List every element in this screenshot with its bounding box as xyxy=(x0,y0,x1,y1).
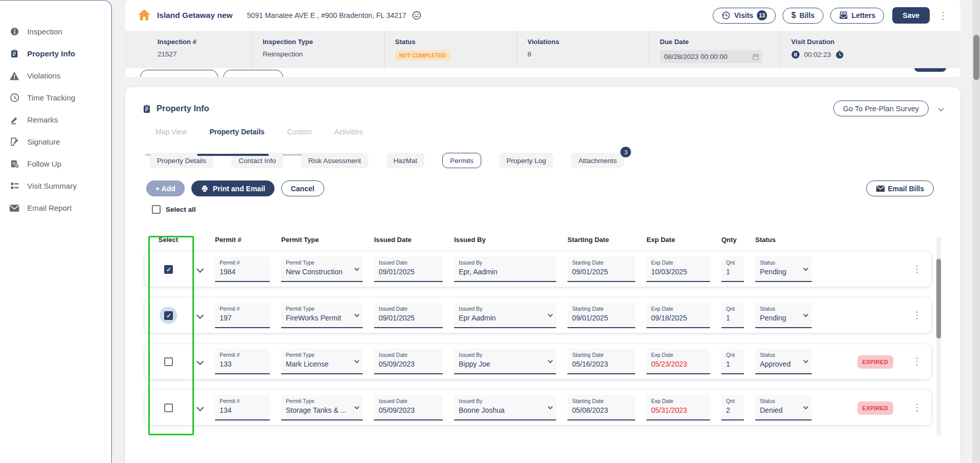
stopwatch-icon[interactable] xyxy=(835,50,844,59)
sidebar-item-label: Property Info xyxy=(27,49,75,58)
sidebar-item-visit-summary[interactable]: Visit Summary xyxy=(0,175,111,197)
sidebar-item-email-report[interactable]: Email Report xyxy=(0,197,111,219)
row-kebab-menu-icon[interactable]: ⋮ xyxy=(912,264,922,274)
bills-button[interactable]: $ Bills xyxy=(782,8,823,24)
issued-date-field[interactable]: Issued Date 09/01/2025 xyxy=(374,256,443,282)
header-kebab-menu-icon[interactable]: ⋮ xyxy=(938,10,948,21)
sidebar-item-time-tracking[interactable]: Time Tracking xyxy=(0,87,111,109)
collapse-chevron-icon[interactable] xyxy=(938,106,944,111)
letters-button[interactable]: Letters xyxy=(830,8,885,24)
app-window: Inspection Property Info Violations Time… xyxy=(0,0,980,463)
sidebar-item-remarks[interactable]: Remarks xyxy=(0,109,111,131)
qnt-field[interactable]: Qnt 1 xyxy=(721,303,744,328)
sidebar-item-inspection[interactable]: Inspection xyxy=(0,21,111,43)
envelope-icon xyxy=(9,203,19,213)
save-button[interactable]: Save xyxy=(892,7,930,24)
letter-icon xyxy=(839,11,848,19)
permit-number-field[interactable]: Permit # 133 xyxy=(215,349,270,374)
inspection-info-bar: Inspection # 21527 Inspection Type Reins… xyxy=(125,31,961,68)
row-checkbox[interactable] xyxy=(164,404,173,412)
visits-button[interactable]: Visits 13 xyxy=(713,8,776,24)
waze-icon[interactable] xyxy=(411,10,422,21)
row-expander-chevron-icon[interactable] xyxy=(197,266,204,273)
chip-risk-assessment[interactable]: Risk Assessment xyxy=(301,153,368,168)
issued-by-field[interactable]: Issued By Bippy Joe xyxy=(454,349,556,374)
tab-property-details[interactable]: Property Details xyxy=(209,128,264,142)
clock-icon xyxy=(9,93,19,103)
issued-date-field[interactable]: Issued Date 09/01/2025 xyxy=(374,303,443,328)
print-and-email-label: Print and Email xyxy=(213,185,265,193)
email-icon xyxy=(876,185,885,192)
exp-date-field[interactable]: Exp Date 05/23/2023 xyxy=(646,349,710,374)
cancel-button[interactable]: Cancel xyxy=(281,180,324,196)
cutoff-button-1 xyxy=(140,70,218,77)
print-and-email-button[interactable]: Print and Email xyxy=(191,180,275,196)
sidebar-item-violations[interactable]: Violations xyxy=(0,65,111,87)
issued-by-field[interactable]: Issued By Boone Joshua xyxy=(454,395,556,420)
row-checkbox[interactable] xyxy=(164,265,173,274)
row-kebab-menu-icon[interactable]: ⋮ xyxy=(912,310,922,320)
permit-type-field[interactable]: Permit Type Storage Tanks & ... xyxy=(281,395,363,420)
starting-date-field[interactable]: Starting Date 09/01/2025 xyxy=(567,256,635,282)
clipboard-plus-icon xyxy=(9,159,19,169)
clipboard-icon xyxy=(142,104,151,114)
permit-row-2: Permit # 197 Permit Type FireWorks Permi… xyxy=(145,298,931,333)
tab-custom[interactable]: Custom xyxy=(287,128,312,142)
chip-property-log[interactable]: Property Log xyxy=(499,153,553,168)
issued-date-field[interactable]: Issued Date 05/09/2023 xyxy=(374,349,443,374)
row-checkbox[interactable] xyxy=(164,357,173,366)
due-date-input[interactable]: 08/28/2023 00:00:00 xyxy=(660,50,762,63)
permit-type-field[interactable]: Permit Type New Construction xyxy=(281,256,363,282)
row-checkbox[interactable] xyxy=(164,311,173,320)
tab-map-view[interactable]: Map View xyxy=(155,128,187,142)
visit-duration-value: 00:02:23 xyxy=(804,51,831,58)
status-field[interactable]: Status Pending xyxy=(755,303,812,328)
sidebar-item-follow-up[interactable]: Follow Up xyxy=(0,153,111,175)
qnt-field[interactable]: Qnt 2 xyxy=(721,395,744,420)
permit-type-field[interactable]: Permit Type FireWorks Permit xyxy=(281,303,363,328)
sidebar-item-property-info[interactable]: Property Info xyxy=(0,43,111,65)
exp-date-field[interactable]: Exp Date 10/03/2025 xyxy=(646,256,710,282)
status-field[interactable]: Status Approved xyxy=(755,349,812,374)
qnt-field[interactable]: Qnt 1 xyxy=(721,349,744,374)
issued-by-field[interactable]: Issued By Epr Aadmin xyxy=(454,303,556,328)
clipboard-icon xyxy=(9,49,19,59)
permit-number-field[interactable]: Permit # 134 xyxy=(215,395,270,420)
permit-row-4: Permit # 134 Permit Type Storage Tanks &… xyxy=(145,390,931,425)
select-all-checkbox[interactable] xyxy=(152,205,161,214)
chip-hazmat[interactable]: HazMat xyxy=(386,153,425,168)
sidebar-item-signature[interactable]: Signature xyxy=(0,131,111,153)
visits-count-badge: 13 xyxy=(757,10,767,21)
permit-type-field[interactable]: Permit Type Mark License xyxy=(281,349,363,374)
column-header-qnty: Qnty xyxy=(721,236,744,244)
row-expander-chevron-icon[interactable] xyxy=(197,404,204,411)
row-expander-chevron-icon[interactable] xyxy=(197,358,204,365)
row-kebab-menu-icon[interactable]: ⋮ xyxy=(912,402,922,412)
starting-date-field[interactable]: Starting Date 05/08/2023 xyxy=(567,395,635,420)
starting-date-field[interactable]: Starting Date 05/16/2023 xyxy=(567,349,635,374)
cutoff-buttons-strip xyxy=(125,68,961,77)
visits-label: Visits xyxy=(734,11,753,19)
table-scrollbar-thumb[interactable] xyxy=(936,259,941,338)
status-field[interactable]: Status Denied xyxy=(755,395,812,420)
exp-date-field[interactable]: Exp Date 09/18/2025 xyxy=(646,303,710,328)
chip-permits[interactable]: Permits xyxy=(442,153,481,168)
tab-activities[interactable]: Activities xyxy=(335,128,363,142)
exp-date-field[interactable]: Exp Date 05/31/2023 xyxy=(646,395,710,420)
pause-icon[interactable] xyxy=(791,50,800,59)
row-kebab-menu-icon[interactable]: ⋮ xyxy=(912,356,922,366)
go-to-preplan-survey-button[interactable]: Go To Pre-Plan Survey xyxy=(833,100,929,116)
permit-number-field[interactable]: Permit # 197 xyxy=(215,303,270,328)
column-header-permit: Permit # xyxy=(215,236,270,244)
permit-number-field[interactable]: Permit # 1984 xyxy=(215,256,270,282)
add-button[interactable]: + Add xyxy=(146,180,185,196)
issued-by-field[interactable]: Issued By Epr, Aadmin xyxy=(454,256,556,282)
starting-date-field[interactable]: Starting Date 09/01/2025 xyxy=(567,303,635,328)
chip-attachments[interactable]: Attachments 3 xyxy=(571,153,624,168)
email-bills-button[interactable]: Email Bills xyxy=(866,180,934,196)
issued-date-field[interactable]: Issued Date 05/09/2023 xyxy=(374,395,443,420)
row-expander-chevron-icon[interactable] xyxy=(197,312,204,319)
status-field[interactable]: Status Pending xyxy=(755,256,812,282)
page-scrollbar-thumb[interactable] xyxy=(973,35,979,80)
qnt-field[interactable]: Qnt 1 xyxy=(721,256,744,282)
